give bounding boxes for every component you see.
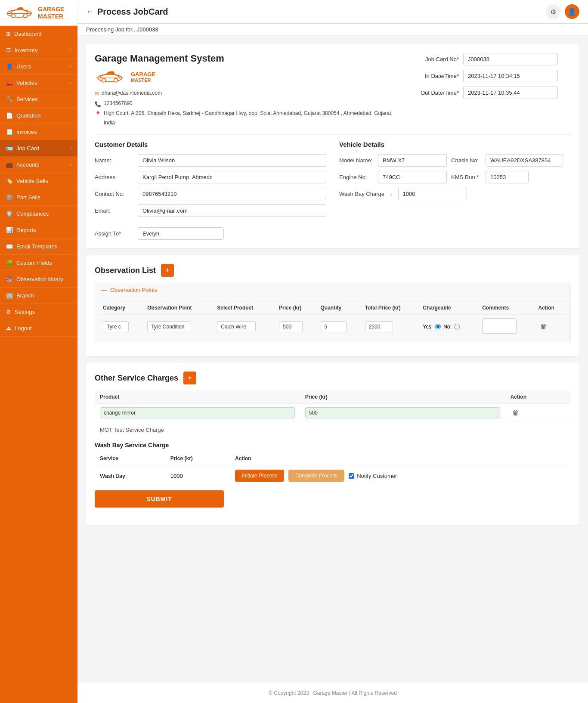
chassis-label: Chasis No: [451,157,481,164]
engine-input[interactable] [378,171,447,183]
user-avatar-button[interactable]: 👤 [565,4,579,19]
sidebar-item-jobcard[interactable]: 🪪 Job Card › [0,140,77,157]
obs-product-input[interactable] [217,321,256,332]
page-title: Process JobCard [97,7,168,17]
sidebar-label-quotation: Quotation [16,112,40,119]
observation-header: Observation List + [95,264,571,277]
sidebar-item-custom-fields[interactable]: 🧩 Custom Fields [0,255,77,271]
obs-cell-chargeable: Yes: No: [419,315,479,339]
other-service-header: Other Service Charges + [95,372,571,384]
company-name: Garage Management System [95,53,394,64]
brand-sub-label: MASTER [131,77,155,83]
sidebar-item-vehicle-sells[interactable]: 🏷️ Vehicle Sells [0,173,77,189]
model-input[interactable] [378,154,447,167]
company-car-icon [95,69,125,84]
sidebar: GARAGE MASTER ⊞ Dashboard ☰ Inventory › … [0,0,77,703]
obs-col-category: Category [99,301,144,315]
sidebar-item-quotation[interactable]: 📄 Quotation [0,108,77,124]
email-input[interactable] [138,204,326,217]
sidebar-item-observation-library[interactable]: 📚 Observation library [0,271,77,288]
sidebar-item-users[interactable]: 👤 Users › [0,59,77,75]
wash-cell-price: 1000 [165,465,230,486]
obs-cell-category [99,315,144,339]
svc-price-input[interactable] [305,407,500,418]
svc-delete-button[interactable]: 🗑 [511,407,521,418]
sidebar-item-branch[interactable]: 🏢 Branch [0,288,77,304]
sidebar-item-dashboard[interactable]: ⊞ Dashboard [0,26,77,42]
obs-point-input[interactable] [147,321,190,332]
sidebar-item-email-templates[interactable]: ✉️ Email Templates [0,238,77,255]
obs-price-input[interactable] [279,321,303,332]
observation-collapse-header[interactable]: — Observation Points [95,283,570,297]
other-service-card: Other Service Charges + Product Price (k… [86,363,579,525]
location-icon: 📍 [95,110,101,119]
back-button[interactable]: ← [86,7,94,16]
reports-icon: 📊 [6,227,13,233]
dashboard-icon: ⊞ [6,31,11,37]
sidebar-item-vehicles[interactable]: 🚗 Vehicles › [0,75,77,91]
sidebar-label-logout: Logout [15,325,32,331]
chargeable-no-radio[interactable] [454,324,460,329]
engine-label: Engine No: [339,174,374,180]
obs-cell-price [275,315,317,339]
sidebar-label-observation-library: Observation library [16,276,63,282]
obs-cell-action: 🗑 [535,315,566,339]
sidebar-label-vehicle-sells: Vehicle Sells [16,178,48,184]
wash-bay-title: Wash Bay Service Charge [95,442,571,449]
add-observation-button[interactable]: + [161,264,174,277]
notify-customer-label[interactable]: Notify Customer [349,473,397,479]
observation-table: Category Observation Point Select Produc… [99,301,566,338]
kms-input[interactable] [486,171,529,183]
sidebar-item-accounts[interactable]: 💼 Accounts › [0,157,77,173]
wash-charge-input[interactable] [398,188,467,200]
job-card-fields: Job Card No* In Date/Time* Out Date/Time… [407,53,571,99]
sidebar-item-part-sells[interactable]: ⚙️ Part Sells [0,189,77,206]
inventory-icon: ☰ [6,47,11,53]
complete-process-button[interactable]: Complete Process [288,470,344,482]
other-service-title: Other Service Charges [95,374,178,383]
name-input[interactable] [138,154,326,167]
svg-point-6 [114,78,118,82]
sidebar-item-services[interactable]: 🔧 Services [0,91,77,108]
services-icon: 🔧 [6,96,13,102]
obs-cell-qty [317,315,362,339]
svg-point-1 [12,14,15,18]
assign-input[interactable] [138,227,224,240]
svc-cell-product [95,404,300,422]
submit-button[interactable]: SUBMIT [95,490,224,508]
brand-sub: MASTER [38,13,64,20]
chargeable-yes-radio[interactable] [435,324,441,329]
brand-car-icon [4,5,34,20]
assign-label: Assign To* [95,230,133,237]
chevron-right-icon: › [70,81,71,85]
obs-category-input[interactable] [103,321,129,332]
vehicles-icon: 🚗 [6,80,13,86]
sidebar-item-invoices[interactable]: 🧾 Invoices [0,124,77,140]
obs-total-input[interactable] [365,321,393,332]
initiate-process-button[interactable]: Initiate Process [235,470,284,482]
sidebar-item-logout[interactable]: ⏏ Logout [0,320,77,337]
job-no-input[interactable] [463,53,558,65]
notify-customer-checkbox[interactable] [349,473,354,479]
yes-label: Yes: [423,324,433,330]
address-input[interactable] [138,171,326,183]
obs-comments-input[interactable] [482,318,517,334]
chassis-input[interactable] [486,154,563,167]
out-datetime-input[interactable] [463,87,558,99]
gear-button[interactable]: ⚙ [546,4,560,19]
obs-qty-input[interactable] [321,321,347,332]
in-datetime-input[interactable] [463,70,558,82]
obs-col-action: Action [535,301,566,315]
obs-col-price: Price (kr) [275,301,317,315]
svc-product-input[interactable] [100,407,295,418]
sidebar-item-settings[interactable]: ⚙ Settings [0,304,77,320]
sidebar-item-reports[interactable]: 📊 Reports [0,222,77,238]
sidebar-item-inventory[interactable]: ☰ Inventory › [0,42,77,59]
wash-cell-service: Wash Bay [95,465,165,486]
sidebar-navigation: ⊞ Dashboard ☰ Inventory › 👤 Users › 🚗 Ve… [0,26,77,703]
add-service-button[interactable]: + [183,372,196,384]
sidebar-item-compliances[interactable]: 🛡️ Compliances [0,206,77,222]
obs-delete-button[interactable]: 🗑 [538,321,549,332]
address-label: Address: [95,174,133,180]
contact-input[interactable] [138,188,326,200]
